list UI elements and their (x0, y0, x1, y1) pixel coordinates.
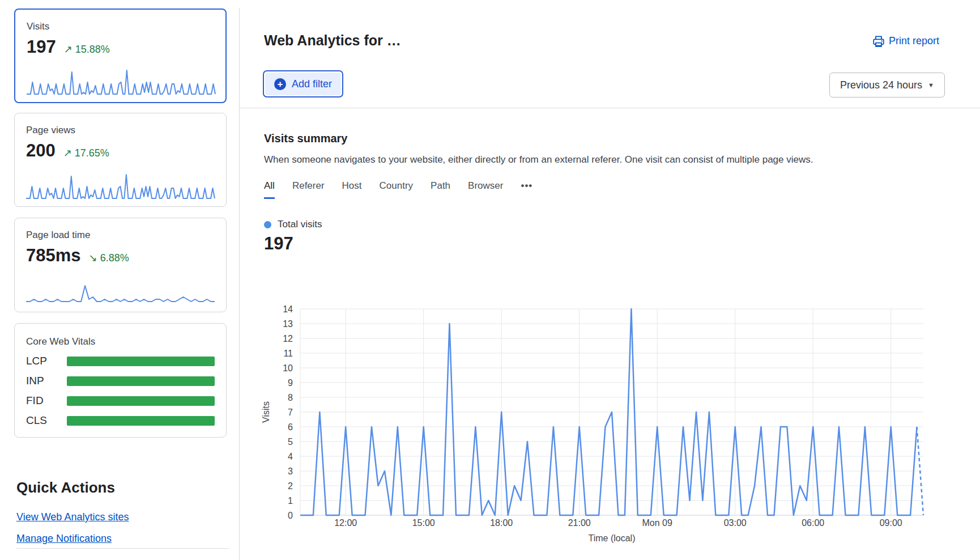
metric-delta: ↗17.65% (63, 147, 109, 159)
dimension-tabs: All Referer Host Country Path Browser ••… (264, 180, 532, 199)
add-filter-label: Add filter (292, 78, 332, 90)
plus-circle-icon: + (274, 78, 286, 90)
svg-text:5: 5 (288, 437, 293, 447)
quick-actions-heading: Quick Actions (16, 479, 115, 497)
visits-summary-description: When someone navigates to your website, … (264, 154, 915, 166)
cwv-label: LCP (26, 355, 67, 367)
manage-notifications-link[interactable]: Manage Notifications (16, 533, 112, 545)
trend-down-icon: ↘ (89, 252, 97, 264)
time-range-dropdown[interactable]: Previous 24 hours ▼ (829, 73, 945, 97)
svg-text:18:00: 18:00 (490, 518, 513, 528)
svg-text:8: 8 (288, 393, 293, 402)
svg-text:Mon 09: Mon 09 (642, 518, 672, 528)
tab-referer[interactable]: Referer (292, 180, 325, 199)
svg-text:12:00: 12:00 (334, 518, 357, 528)
svg-text:13: 13 (283, 319, 293, 329)
tab-browser[interactable]: Browser (468, 180, 503, 199)
visits-summary-heading: Visits summary (264, 132, 348, 145)
svg-text:12: 12 (283, 334, 293, 343)
svg-text:Visits: Visits (261, 401, 271, 423)
metric-value: 197 (27, 37, 56, 57)
web-analytics-dashboard: { "sidebar": { "cards": [ { "label": "Vi… (0, 0, 980, 560)
cwv-row-cls: CLS (26, 414, 215, 427)
svg-text:21:00: 21:00 (568, 518, 591, 528)
chevron-down-icon: ▼ (928, 82, 934, 88)
svg-text:09:00: 09:00 (880, 518, 902, 528)
svg-text:15:00: 15:00 (412, 518, 435, 528)
cwv-bar-good (67, 357, 215, 366)
visits-sparkline (25, 68, 216, 95)
metric-card-page-views[interactable]: Page views 200 ↗17.65% (14, 113, 227, 207)
metric-delta-pct: 17.65% (75, 147, 109, 159)
metric-value: 200 (26, 141, 56, 161)
metric-label: Page views (26, 125, 215, 136)
metric-delta: ↘6.88% (89, 252, 129, 264)
add-filter-button[interactable]: + Add filter (263, 70, 343, 97)
metric-delta-pct: 6.88% (100, 252, 129, 264)
tab-path[interactable]: Path (431, 180, 450, 199)
trend-up-icon: ↗ (64, 44, 73, 55)
metric-label: Visits (27, 21, 214, 32)
tab-country[interactable]: Country (380, 180, 414, 199)
svg-text:7: 7 (288, 408, 293, 417)
printer-icon (873, 36, 884, 47)
metric-delta-pct: 15.88% (75, 44, 110, 55)
cwv-bar-good (67, 376, 215, 386)
time-range-label: Previous 24 hours (840, 79, 922, 91)
cwv-bar-good (67, 416, 215, 426)
svg-text:3: 3 (288, 466, 293, 476)
metric-label: Core Web Vitals (26, 336, 215, 347)
metric-delta: ↗15.88% (64, 43, 110, 56)
page-load-time-sparkline (25, 281, 216, 305)
metric-label: Page load time (26, 230, 215, 241)
cwv-row-lcp: LCP (26, 355, 215, 367)
cwv-label: CLS (26, 414, 67, 427)
page-title: Web Analytics for … (264, 32, 401, 49)
sidebar-divider (16, 548, 229, 549)
tab-all[interactable]: All (264, 180, 275, 199)
svg-text:11: 11 (283, 349, 293, 358)
svg-text:06:00: 06:00 (802, 518, 824, 528)
panel-divider (239, 8, 240, 560)
svg-text:1: 1 (288, 496, 293, 506)
tab-host[interactable]: Host (342, 180, 362, 199)
svg-text:Time (local): Time (local) (589, 533, 636, 543)
legend-label: Total visits (278, 219, 322, 230)
legend-total-visits[interactable]: Total visits (264, 219, 322, 230)
trend-up-icon: ↗ (63, 147, 72, 159)
metric-value: 785ms (26, 245, 81, 266)
metric-card-core-web-vitals[interactable]: Core Web Vitals LCP INP FID CLS (14, 323, 227, 438)
legend-dot-icon (264, 221, 271, 228)
visits-line-chart[interactable]: 0123456789101112131412:0015:0018:0021:00… (241, 292, 960, 558)
svg-text:0: 0 (288, 511, 293, 520)
view-web-analytics-sites-link[interactable]: View Web Analytics sites (16, 511, 129, 523)
print-report-label: Print report (889, 35, 939, 47)
print-report-link[interactable]: Print report (873, 35, 939, 47)
svg-text:10: 10 (283, 363, 293, 373)
metric-card-visits[interactable]: Visits 197 ↗15.88% (14, 9, 227, 103)
cwv-label: FID (26, 394, 67, 407)
tab-overflow-ellipsis[interactable]: ••• (521, 180, 532, 199)
svg-text:14: 14 (283, 304, 293, 314)
metric-card-page-load-time[interactable]: Page load time 785ms ↘6.88% (14, 218, 227, 312)
total-visits-value: 197 (264, 234, 293, 254)
header-divider (240, 108, 980, 108)
svg-text:9: 9 (288, 378, 293, 388)
cwv-row-fid: FID (26, 394, 215, 407)
cwv-row-inp: INP (26, 375, 215, 387)
page-views-sparkline (25, 172, 216, 200)
cwv-label: INP (26, 375, 67, 387)
svg-text:2: 2 (288, 481, 293, 491)
svg-text:4: 4 (288, 452, 293, 461)
svg-text:03:00: 03:00 (724, 518, 747, 528)
svg-text:6: 6 (288, 422, 293, 432)
cwv-bar-good (67, 396, 215, 406)
